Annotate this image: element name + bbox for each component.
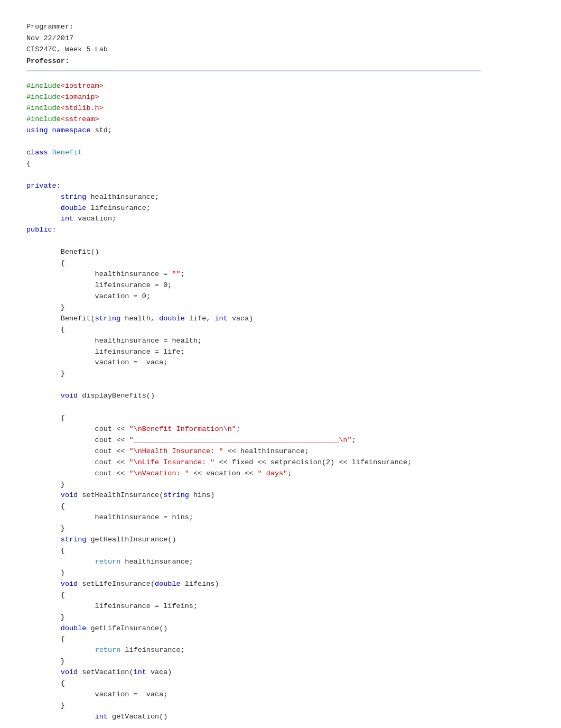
- header-line3: CIS247C, Week 5 Lab: [26, 44, 535, 56]
- header-divider: [26, 70, 481, 71]
- header-block: Programmer: Nov 22/2017 CIS247C, Week 5 …: [26, 21, 535, 67]
- header-line1: Programmer:: [26, 21, 535, 33]
- code-content: #include<iostream> #include<iomanip> #in…: [26, 81, 535, 722]
- header-line2: Nov 22/2017: [26, 33, 535, 44]
- header-professor: Professor:: [26, 56, 535, 67]
